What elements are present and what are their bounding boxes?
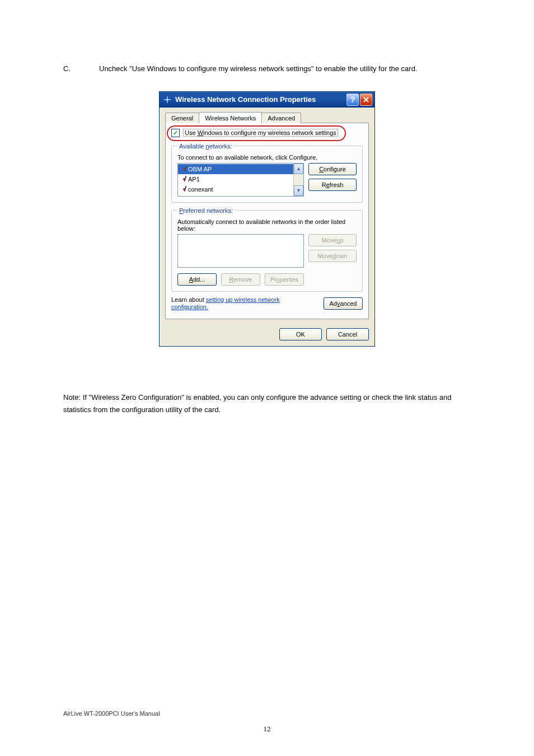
learn-text: Learn about setting up wireless network … — [171, 296, 280, 311]
dialog-titlebar: Wireless Network Connection Properties ? — [160, 92, 374, 108]
instruction-marker: C. — [63, 63, 99, 74]
tab-wireless-networks[interactable]: Wireless Networks — [199, 112, 262, 123]
remove-button: Remove — [221, 273, 260, 286]
network-name: OBM AP — [188, 166, 212, 172]
network-name: AP1 — [188, 176, 200, 183]
svg-point-2 — [167, 99, 168, 100]
scroll-down-button[interactable]: ▼ — [294, 185, 303, 196]
footer-text: AirLive WT-2000PCI User's Manual — [63, 710, 160, 717]
learn-row: Learn about setting up wireless network … — [171, 296, 363, 311]
move-down-button: Move down — [308, 250, 357, 262]
preferred-description: Automatically connect to available netwo… — [177, 218, 357, 232]
ok-button[interactable]: OK — [279, 328, 322, 340]
properties-button: Properties — [265, 273, 304, 286]
use-windows-checkbox[interactable] — [171, 129, 180, 137]
move-up-button: Move up — [308, 234, 357, 246]
network-name: conexant — [188, 186, 213, 193]
signal-icon — [180, 168, 188, 170]
preferred-networks-list[interactable] — [177, 234, 304, 268]
tab-strip: General Wireless Networks Advanced — [165, 113, 369, 123]
learn-link[interactable]: setting up wireless network — [206, 296, 280, 303]
available-networks-list[interactable]: OBM AP AP1 conexant — [177, 163, 304, 197]
available-legend: Available networks: — [177, 143, 234, 150]
learn-link[interactable]: configuration. — [171, 304, 208, 310]
signal-icon — [180, 188, 188, 190]
list-item[interactable]: conexant — [178, 184, 293, 194]
preferred-networks-group: Preferred networks: Automatically connec… — [171, 207, 363, 292]
instruction-text: Uncheck "Use Windows to configure my wir… — [99, 63, 471, 74]
note-text: Note: If "Wireless Zero Configuration" i… — [63, 391, 471, 416]
refresh-button[interactable]: Refresh — [308, 179, 357, 191]
tab-panel: Use Windows to configure my wireless net… — [165, 123, 369, 319]
cancel-button[interactable]: Cancel — [326, 328, 369, 340]
dialog-title: Wireless Network Connection Properties — [175, 95, 345, 104]
tab-general[interactable]: General — [165, 113, 199, 123]
use-windows-checkbox-row[interactable]: Use Windows to configure my wireless net… — [171, 129, 363, 137]
page-number: 12 — [0, 725, 534, 734]
list-item[interactable]: AP1 — [178, 174, 293, 184]
signal-icon — [180, 178, 188, 180]
use-windows-label: Use Windows to configure my wireless net… — [183, 129, 338, 137]
available-description: To connect to an available network, clic… — [177, 154, 357, 161]
dialog-window: Wireless Network Connection Properties ?… — [159, 91, 375, 347]
add-button[interactable]: Add... — [177, 273, 217, 286]
wireless-icon — [163, 95, 172, 104]
preferred-legend: Preferred networks: — [177, 207, 235, 214]
tab-advanced[interactable]: Advanced — [261, 113, 301, 123]
close-button[interactable] — [360, 94, 372, 106]
scroll-up-button[interactable]: ▲ — [294, 164, 303, 174]
dialog-footer: OK Cancel — [160, 324, 374, 346]
help-button[interactable]: ? — [346, 94, 359, 106]
list-item[interactable]: OBM AP — [178, 164, 293, 174]
advanced-button[interactable]: Advanced — [324, 297, 363, 310]
available-networks-group: Available networks: To connect to an ava… — [171, 143, 363, 203]
scrollbar[interactable]: ▲ ▼ — [293, 164, 303, 196]
configure-button[interactable]: Configure — [308, 163, 357, 175]
instruction-row: C. Uncheck "Use Windows to configure my … — [63, 63, 471, 74]
